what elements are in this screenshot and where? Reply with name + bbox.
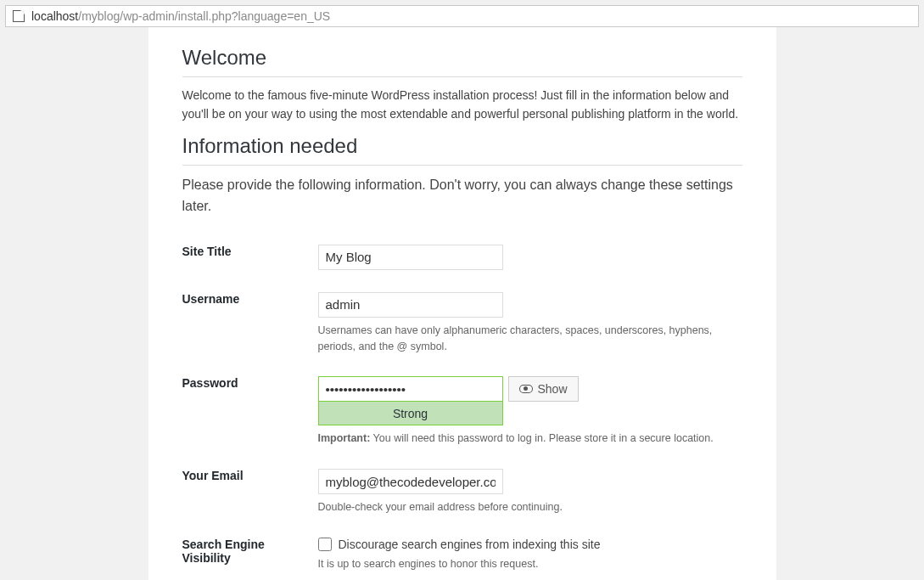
welcome-text: Welcome to the famous five-minute WordPr… [182,86,742,124]
site-title-label: Site Title [182,236,318,284]
username-label: Username [182,284,318,369]
email-label: Your Email [182,460,318,529]
password-label: Password [182,368,318,460]
site-title-input[interactable] [318,245,503,270]
page-icon [13,10,25,22]
show-password-button[interactable]: Show [508,376,579,402]
main-content: Welcome Welcome to the famous five-minut… [148,27,776,580]
address-bar[interactable]: localhost/myblog/wp-admin/install.php?la… [5,5,919,27]
url-text: localhost/myblog/wp-admin/install.php?la… [31,9,330,23]
sev-checkbox[interactable] [318,538,332,551]
welcome-heading: Welcome [182,46,742,77]
email-input[interactable] [318,469,503,494]
password-strength: Strong [318,402,503,425]
eye-icon [519,385,533,393]
info-subtext: Please provide the following information… [182,174,742,217]
password-input[interactable] [318,376,503,402]
email-desc: Double-check your email address before c… [318,499,742,515]
sev-desc: It is up to search engines to honor this… [318,556,742,572]
password-important: Important: You will need this password t… [318,431,742,447]
info-heading: Information needed [182,134,742,166]
username-desc: Usernames can have only alphanumeric cha… [318,323,742,355]
username-input[interactable] [318,292,503,318]
install-form: Site Title Username Usernames can have o… [182,236,742,580]
sev-label: Search Engine Visibility [182,529,318,580]
sev-checkbox-label: Discourage search engines from indexing … [339,538,601,551]
